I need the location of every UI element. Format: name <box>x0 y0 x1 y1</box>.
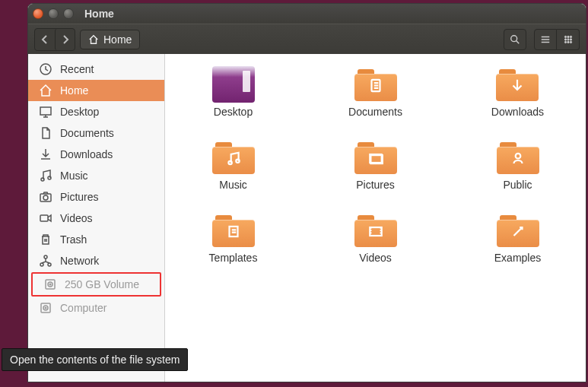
sidebar-item-documents[interactable]: Documents <box>28 122 164 144</box>
toolbar: Home <box>28 24 586 54</box>
sidebar-item-downloads[interactable]: Downloads <box>28 144 164 165</box>
back-button[interactable] <box>35 29 55 50</box>
svg-point-22 <box>49 284 51 285</box>
sidebar-item-label: Home <box>60 84 88 97</box>
file-templates[interactable]: Templates <box>209 212 258 264</box>
sidebar-item-recent[interactable]: Recent <box>28 59 164 80</box>
sidebar-item-250-gb-volume[interactable]: 250 GB Volume <box>33 274 160 295</box>
folder-icon <box>354 139 397 176</box>
trash-icon <box>39 233 52 246</box>
sidebar-item-label: Recent <box>60 63 94 75</box>
breadcrumb-label: Home <box>103 33 132 46</box>
svg-point-27 <box>228 161 231 164</box>
svg-point-4 <box>564 38 566 40</box>
file-label: Public <box>503 179 532 191</box>
breadcrumb-home[interactable]: Home <box>80 30 140 49</box>
camera-icon <box>39 190 52 204</box>
video-icon <box>39 211 52 225</box>
desktop-icon <box>39 105 52 119</box>
sidebar-item-label: Network <box>60 255 99 267</box>
sidebar-item-network[interactable]: Network <box>28 250 164 271</box>
sidebar-item-desktop[interactable]: Desktop <box>28 101 164 122</box>
sidebar-item-label: Pictures <box>60 191 99 203</box>
music-icon <box>39 169 52 182</box>
svg-point-18 <box>48 263 51 266</box>
sidebar-item-label: Trash <box>60 233 87 246</box>
window-close-button[interactable] <box>33 8 43 19</box>
file-documents[interactable]: Documents <box>348 66 402 118</box>
home-icon <box>88 34 99 45</box>
nav-group <box>34 28 75 51</box>
svg-point-0 <box>511 35 517 41</box>
sidebar-item-music[interactable]: Music <box>28 165 164 186</box>
svg-point-2 <box>567 36 568 37</box>
sidebar-item-videos[interactable]: Videos <box>28 208 164 229</box>
svg-point-8 <box>567 41 568 43</box>
sidebar-item-pictures[interactable]: Pictures <box>28 186 164 208</box>
svg-point-25 <box>45 307 46 309</box>
svg-point-28 <box>236 159 239 162</box>
sidebar-item-home[interactable]: Home <box>28 80 164 101</box>
svg-point-9 <box>570 41 571 43</box>
svg-rect-11 <box>40 107 51 115</box>
tooltip: Open the contents of the file system <box>2 348 188 371</box>
file-public[interactable]: Public <box>497 139 539 191</box>
sidebar-item-label: Videos <box>60 212 93 224</box>
view-grid-button[interactable] <box>557 29 580 50</box>
titlebar: Home <box>28 4 586 24</box>
forward-button[interactable] <box>55 29 75 50</box>
window-title: Home <box>84 8 114 20</box>
file-label: Downloads <box>491 106 544 118</box>
folder-icon <box>212 139 255 176</box>
download-icon <box>39 148 52 161</box>
sidebar-item-label: Documents <box>60 127 114 139</box>
folder-icon <box>212 212 255 249</box>
highlight-box: 250 GB Volume <box>31 272 161 297</box>
folder-icon <box>496 66 539 103</box>
list-icon <box>540 34 551 45</box>
svg-point-15 <box>43 195 48 200</box>
content-area: DesktopDocumentsDownloadsMusicPicturesPu… <box>165 54 586 382</box>
file-desktop[interactable]: Desktop <box>212 66 255 118</box>
file-label: Desktop <box>214 106 253 118</box>
svg-point-31 <box>515 154 520 159</box>
file-downloads[interactable]: Downloads <box>491 66 544 118</box>
file-videos[interactable]: Videos <box>354 212 397 264</box>
file-label: Music <box>219 179 247 191</box>
disk-icon <box>43 278 57 291</box>
chevron-right-icon <box>61 35 70 44</box>
svg-point-17 <box>40 263 43 266</box>
document-icon <box>39 126 52 140</box>
disk-icon <box>39 301 52 315</box>
window-minimize-button[interactable] <box>48 8 59 19</box>
svg-point-19 <box>44 255 47 259</box>
file-manager-window: Home Home <box>27 3 586 382</box>
view-list-button[interactable] <box>534 29 557 50</box>
network-icon <box>39 254 52 268</box>
file-pictures[interactable]: Pictures <box>354 139 397 191</box>
svg-point-13 <box>48 176 51 179</box>
sidebar-item-label: Desktop <box>60 106 99 118</box>
grid-icon <box>563 34 574 45</box>
svg-point-12 <box>41 178 44 181</box>
sidebar-item-computer[interactable]: Computer <box>28 297 164 319</box>
svg-point-6 <box>570 38 571 40</box>
search-button[interactable] <box>504 29 526 50</box>
sidebar-item-label: Downloads <box>60 148 113 160</box>
file-label: Examples <box>494 252 541 264</box>
file-label: Templates <box>209 252 258 264</box>
sidebar-item-label: Music <box>60 170 88 182</box>
folder-icon <box>497 212 539 249</box>
home-icon <box>39 84 52 97</box>
folder-icon <box>354 212 397 249</box>
file-label: Documents <box>348 106 402 118</box>
sidebar-item-trash[interactable]: Trash <box>28 229 164 250</box>
clock-icon <box>39 62 52 76</box>
window-maximize-button[interactable] <box>63 8 74 19</box>
file-music[interactable]: Music <box>212 139 255 191</box>
file-label: Pictures <box>356 179 395 191</box>
file-examples[interactable]: Examples <box>494 212 541 264</box>
sidebar-item-label: Computer <box>60 302 106 314</box>
svg-point-7 <box>564 41 566 43</box>
svg-rect-16 <box>40 215 48 221</box>
